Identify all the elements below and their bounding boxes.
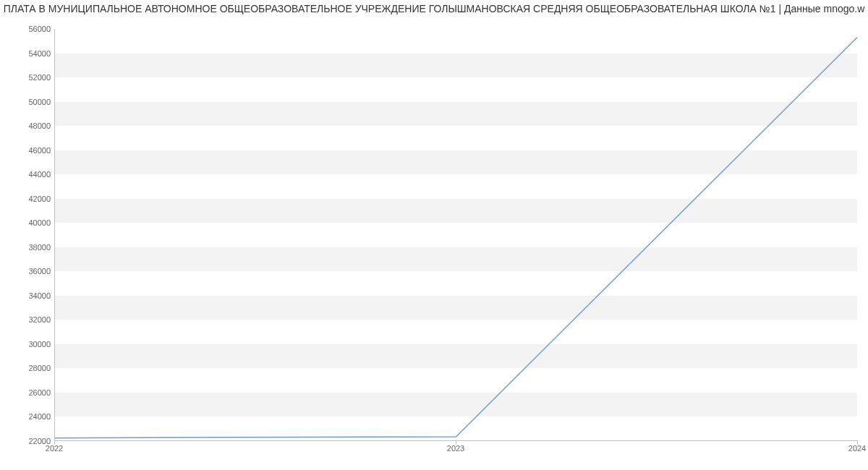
y-tick-label: 34000 [7,291,51,300]
x-tick-mark [54,440,55,445]
y-tick-label: 56000 [7,25,51,33]
y-tick-label: 50000 [7,98,51,106]
x-tick-mark [456,440,456,445]
y-tick-label: 22000 [7,437,51,445]
y-tick-label: 48000 [7,121,51,130]
x-tick-label: 2022 [46,444,63,453]
y-tick-label: 24000 [7,412,51,421]
y-tick-label: 36000 [7,267,51,275]
y-tick-label: 44000 [7,170,51,179]
y-tick-label: 54000 [7,49,51,58]
data-line [55,29,857,440]
y-tick-label: 32000 [7,315,51,324]
y-tick-label: 42000 [7,195,51,203]
x-tick-label: 2024 [848,444,866,453]
y-tick-label: 52000 [7,73,51,82]
y-tick-label: 26000 [7,388,51,397]
x-tick-mark [857,440,858,445]
plot-area [54,29,857,441]
y-tick-label: 30000 [7,340,51,349]
y-tick-label: 28000 [7,364,51,372]
y-tick-label: 40000 [7,218,51,227]
y-tick-label: 38000 [7,243,51,252]
chart-title: ПЛАТА В МУНИЦИПАЛЬНОЕ АВТОНОМНОЕ ОБЩЕОБР… [0,3,868,14]
x-tick-label: 2023 [447,444,464,453]
y-tick-label: 46000 [7,146,51,155]
